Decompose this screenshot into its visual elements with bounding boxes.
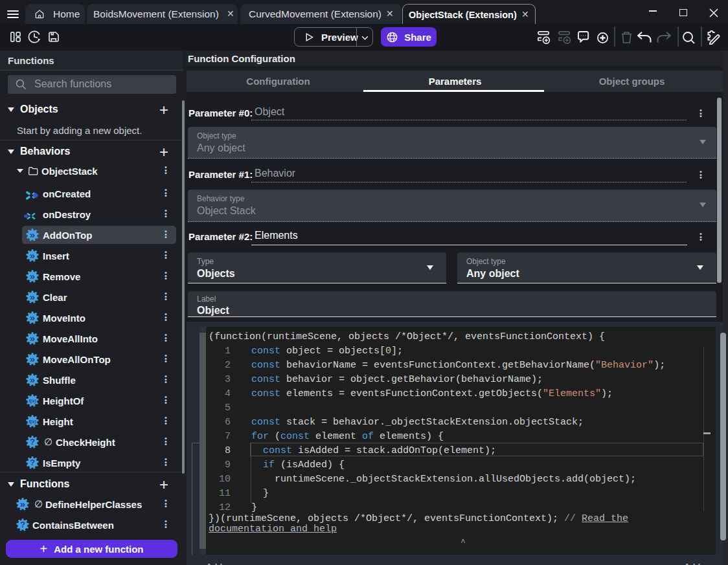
svg-text:f(x): f(x) (28, 419, 36, 425)
svg-text:»: » (30, 333, 35, 344)
svg-text:?: ? (30, 438, 35, 447)
svg-text:»: » (30, 271, 35, 282)
svg-text:»: » (30, 291, 35, 302)
svg-text:»: » (30, 250, 35, 261)
svg-text:»: » (30, 353, 35, 364)
svg-text:f(x): f(x) (28, 398, 36, 404)
svg-text:»: » (30, 229, 35, 240)
svg-text:»: » (30, 312, 35, 323)
svg-text:?: ? (20, 520, 25, 529)
svg-text:»: » (30, 374, 35, 385)
svg-text:?: ? (30, 458, 35, 467)
svg-text:»: » (20, 498, 25, 509)
